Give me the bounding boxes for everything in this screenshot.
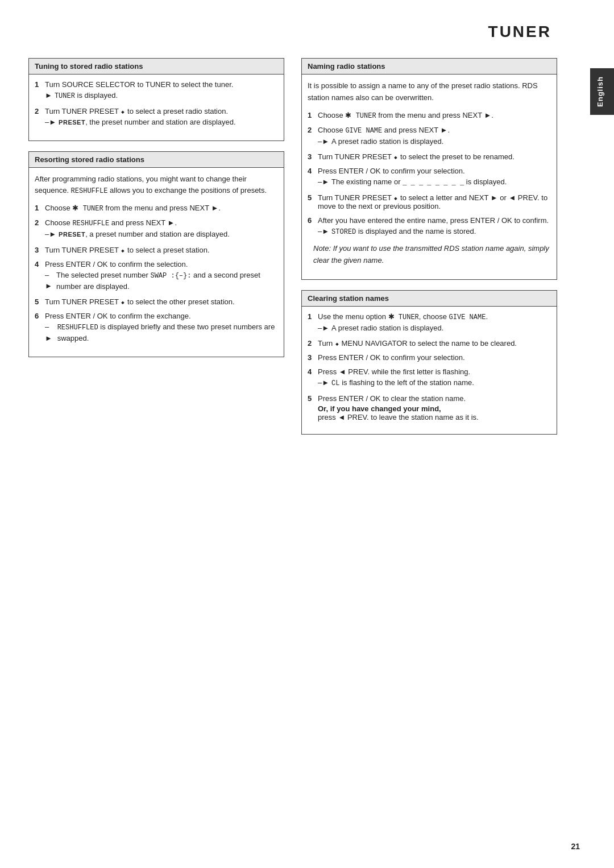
step-content: Press ENTER / OK to confirm the selectio… xyxy=(45,260,278,292)
step-result: –► STORED is displayed and the name is s… xyxy=(318,226,551,237)
step-6-resort: 6 Press ENTER / OK to confirm the exchan… xyxy=(35,312,278,344)
step-content: Choose GIVE NAME and press NEXT ►. –► A … xyxy=(318,126,551,147)
step-2-name: 2 Choose GIVE NAME and press NEXT ►. –► … xyxy=(308,126,551,147)
step-content: Turn TUNER PRESET ⬥ to select the other … xyxy=(45,297,278,306)
section-naming-header: Naming radio stations xyxy=(302,59,557,75)
step-text: Choose ✱ TUNER from the menu and press N… xyxy=(45,204,221,212)
step-text: Press ENTER / OK to confirm the selectio… xyxy=(45,260,188,268)
step-content: Turn TUNER PRESET ⬥ to select a letter a… xyxy=(318,193,551,210)
step-text: Press ENTER / OK to confirm your selecti… xyxy=(318,167,465,175)
naming-note: Note: If you want to use the transmitted… xyxy=(313,243,551,267)
step-text: Press ENTER / OK to confirm your selecti… xyxy=(318,353,465,362)
step-num: 3 xyxy=(308,152,318,161)
step-text: Turn TUNER PRESET ⬥ to select a preset r… xyxy=(45,107,228,115)
section-resorting-content: After programming radio stations, you mi… xyxy=(29,168,284,357)
step-num: 4 xyxy=(308,367,318,376)
step-num: 3 xyxy=(35,246,45,254)
step-text: Turn TUNER PRESET ⬥ to select the preset… xyxy=(318,152,515,161)
step-num: 2 xyxy=(35,218,45,227)
step-result: –► A preset radio station is displayed. xyxy=(318,323,551,334)
page-title: TUNER xyxy=(28,23,586,41)
step-num: 1 xyxy=(308,312,318,321)
step-content: Press ENTER / OK to confirm the exchange… xyxy=(45,312,278,344)
step-result: –► PRESET, a preset number and station a… xyxy=(45,229,278,240)
step-result: –► The existing name or _ _ _ _ _ _ _ _ … xyxy=(318,176,551,188)
step-content: After you have entered the entire name, … xyxy=(318,216,551,237)
step-text: Turn ⬥ MENU NAVIGATOR to select the name… xyxy=(318,339,517,348)
step-result: –► RESHUFFLED is displayed briefly and t… xyxy=(45,321,278,344)
step-content: Turn SOURCE SELECTOR to TUNER to select … xyxy=(45,80,278,101)
step-3-clear: 3 Press ENTER / OK to confirm your selec… xyxy=(308,353,551,362)
step-6-name: 6 After you have entered the entire name… xyxy=(308,216,551,237)
step-text: Press ENTER / OK to confirm the exchange… xyxy=(45,312,191,320)
step-text: Turn TUNER PRESET ⬥ to select a preset s… xyxy=(45,246,210,254)
step-num: 5 xyxy=(35,297,45,306)
side-tab: English xyxy=(590,68,614,115)
step-text: Choose ✱ TUNER from the menu and press N… xyxy=(318,111,493,119)
extra-line: press ◄ PREV. to leave the station name … xyxy=(318,413,551,421)
step-content: Turn TUNER PRESET ⬥ to select a preset r… xyxy=(45,107,278,128)
step-content: Press ENTER / OK to confirm your selecti… xyxy=(318,167,551,188)
section-clearing: Clearing station names 1 Use the menu op… xyxy=(301,290,557,435)
step-content: Press ENTER / OK to confirm your selecti… xyxy=(318,353,551,362)
step-1-name: 1 Choose ✱ TUNER from the menu and press… xyxy=(308,111,551,120)
step-result: –► CL is flashing to the left of the sta… xyxy=(318,377,551,388)
step-num: 5 xyxy=(308,193,318,202)
step-1-tune: 1 Turn SOURCE SELECTOR to TUNER to selec… xyxy=(35,80,278,101)
left-column: Tuning to stored radio stations 1 Turn S… xyxy=(28,58,284,445)
or-bold: Or, if you have changed your mind, xyxy=(318,404,441,413)
or-line: Or, if you have changed your mind, xyxy=(318,404,551,413)
step-text: Press ENTER / OK to clear the station na… xyxy=(318,394,466,403)
step-2-clear: 2 Turn ⬥ MENU NAVIGATOR to select the na… xyxy=(308,339,551,348)
section-naming: Naming radio stations It is possible to … xyxy=(301,58,557,280)
section-tuning-content: 1 Turn SOURCE SELECTOR to TUNER to selec… xyxy=(29,75,284,140)
step-result: –► The selected preset number SWAP :{–}:… xyxy=(45,270,278,292)
step-result: –► A preset radio station is displayed. xyxy=(318,136,551,147)
step-text: After you have entered the entire name, … xyxy=(318,216,549,225)
step-text: Choose RESHUFFLE and press NEXT ►. xyxy=(45,218,177,227)
step-text: Turn TUNER PRESET ⬥ to select the other … xyxy=(45,297,235,306)
step-2-resort: 2 Choose RESHUFFLE and press NEXT ►. –► … xyxy=(35,218,278,240)
step-2-tune: 2 Turn TUNER PRESET ⬥ to select a preset… xyxy=(35,107,278,128)
step-num: 2 xyxy=(308,126,318,134)
section-resorting: Resorting stored radio stations After pr… xyxy=(28,151,284,357)
step-content: Turn ⬥ MENU NAVIGATOR to select the name… xyxy=(318,339,551,348)
step-4-name: 4 Press ENTER / OK to confirm your selec… xyxy=(308,167,551,188)
section-tuning: Tuning to stored radio stations 1 Turn S… xyxy=(28,58,284,141)
step-num: 4 xyxy=(308,167,318,175)
step-5-clear: 5 Press ENTER / OK to clear the station … xyxy=(308,394,551,421)
step-content: Choose ✱ TUNER from the menu and press N… xyxy=(45,204,278,213)
step-3-resort: 3 Turn TUNER PRESET ⬥ to select a preset… xyxy=(35,246,278,254)
section-naming-content: It is possible to assign a name to any o… xyxy=(302,75,557,279)
section-clearing-content: 1 Use the menu option ✱ TUNER, choose GI… xyxy=(302,307,557,435)
resorting-intro: After programming radio stations, you mi… xyxy=(35,173,278,197)
page-number: 21 xyxy=(571,842,580,851)
step-num: 5 xyxy=(308,394,318,403)
step-result: ► TUNER is displayed. xyxy=(45,90,278,101)
step-content: Turn TUNER PRESET ⬥ to select the preset… xyxy=(318,152,551,161)
step-num: 1 xyxy=(35,80,45,89)
page: TUNER English Tuning to stored radio sta… xyxy=(0,0,614,868)
section-tuning-header: Tuning to stored radio stations xyxy=(29,59,284,75)
content-columns: Tuning to stored radio stations 1 Turn S… xyxy=(28,58,586,445)
right-column: Naming radio stations It is possible to … xyxy=(301,58,557,445)
step-content: Choose ✱ TUNER from the menu and press N… xyxy=(318,111,551,120)
step-4-resort: 4 Press ENTER / OK to confirm the select… xyxy=(35,260,278,292)
step-3-name: 3 Turn TUNER PRESET ⬥ to select the pres… xyxy=(308,152,551,161)
step-num: 6 xyxy=(308,216,318,225)
section-resorting-header: Resorting stored radio stations xyxy=(29,152,284,168)
step-text: Turn TUNER PRESET ⬥ to select a letter a… xyxy=(318,193,547,210)
step-content: Choose RESHUFFLE and press NEXT ►. –► PR… xyxy=(45,218,278,240)
step-1-clear: 1 Use the menu option ✱ TUNER, choose GI… xyxy=(308,312,551,334)
step-text: Choose GIVE NAME and press NEXT ►. xyxy=(318,126,450,134)
step-1-resort: 1 Choose ✱ TUNER from the menu and press… xyxy=(35,204,278,213)
step-text: Press ◄ PREV. while the first letter is … xyxy=(318,367,470,376)
step-text: Turn SOURCE SELECTOR to TUNER to select … xyxy=(45,80,233,89)
step-5-name: 5 Turn TUNER PRESET ⬥ to select a letter… xyxy=(308,193,551,210)
step-content: Use the menu option ✱ TUNER, choose GIVE… xyxy=(318,312,551,334)
step-num: 3 xyxy=(308,353,318,362)
step-result: –► PRESET, the preset number and station… xyxy=(45,117,278,128)
step-content: Turn TUNER PRESET ⬥ to select a preset s… xyxy=(45,246,278,254)
section-clearing-header: Clearing station names xyxy=(302,291,557,307)
step-num: 4 xyxy=(35,260,45,268)
